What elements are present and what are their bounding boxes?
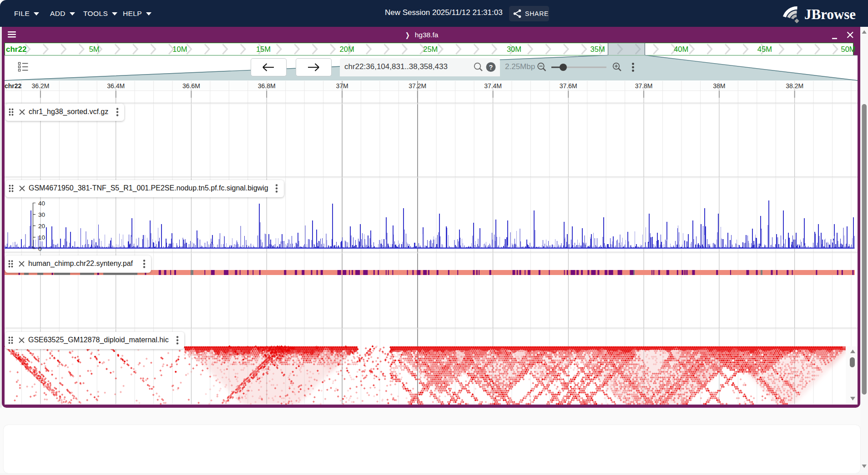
svg-text:JBrowse: JBrowse [804, 6, 856, 22]
svg-text:?: ? [489, 64, 493, 71]
